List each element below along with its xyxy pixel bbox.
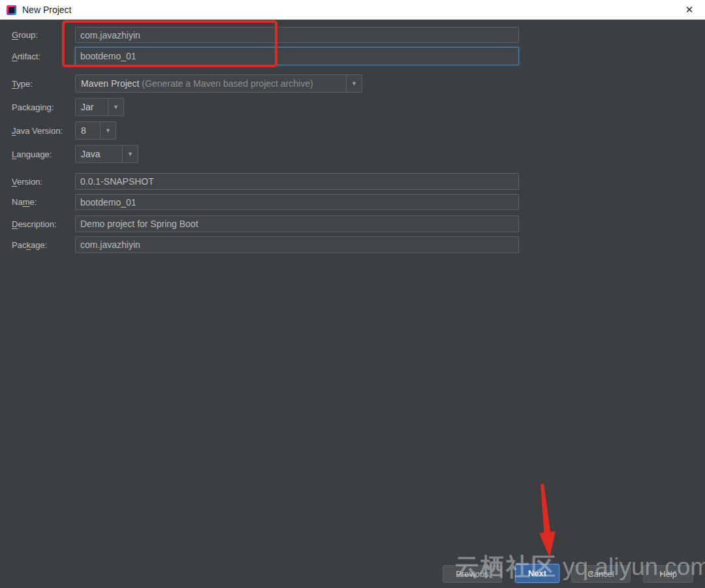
chevron-down-icon[interactable]: ▼ bbox=[122, 146, 138, 162]
java-version-selected-value: 8 bbox=[76, 125, 91, 136]
package-label: Package: bbox=[12, 240, 75, 250]
group-row: Group: bbox=[12, 27, 519, 43]
new-project-form: Group: Artifact: Type: Maven Project (Ge… bbox=[0, 20, 705, 588]
help-button[interactable]: Help bbox=[643, 565, 693, 583]
description-label: Description: bbox=[12, 219, 75, 229]
name-label: Name: bbox=[12, 197, 75, 207]
chevron-down-icon[interactable]: ▼ bbox=[108, 99, 123, 116]
java-version-label: Java Version: bbox=[12, 126, 75, 136]
group-label: Group: bbox=[12, 30, 75, 40]
language-row: Language: Java ▼ bbox=[12, 145, 138, 163]
packaging-label: Packaging: bbox=[12, 102, 75, 112]
packaging-row: Packaging: Jar ▼ bbox=[12, 98, 124, 116]
description-row: Description: bbox=[12, 215, 519, 232]
version-input[interactable] bbox=[75, 173, 519, 190]
package-input[interactable] bbox=[75, 236, 519, 253]
type-row: Type: Maven Project (Generate a Maven ba… bbox=[12, 74, 362, 93]
dialog-footer: Previous Next Cancel Help bbox=[0, 564, 705, 585]
artifact-input[interactable] bbox=[75, 47, 519, 65]
version-row: Version: bbox=[12, 173, 519, 190]
package-row: Package: bbox=[12, 236, 519, 253]
artifact-row: Artifact: bbox=[12, 47, 519, 65]
close-icon[interactable]: ✕ bbox=[682, 3, 697, 17]
name-row: Name: bbox=[12, 194, 519, 210]
group-input[interactable] bbox=[75, 27, 519, 43]
packaging-selected-value: Jar bbox=[76, 102, 99, 112]
language-select[interactable]: Java ▼ bbox=[75, 145, 138, 163]
cancel-button[interactable]: Cancel bbox=[571, 565, 631, 583]
artifact-label: Artifact: bbox=[12, 52, 75, 61]
intellij-logo-icon bbox=[7, 5, 16, 15]
version-label: Version: bbox=[12, 177, 75, 187]
next-button[interactable]: Next bbox=[515, 564, 559, 583]
dialog-titlebar: New Project ✕ bbox=[0, 0, 705, 20]
previous-button[interactable]: Previous bbox=[443, 565, 502, 583]
description-input[interactable] bbox=[75, 215, 519, 232]
chevron-down-icon[interactable]: ▼ bbox=[346, 75, 362, 92]
chevron-down-icon[interactable]: ▼ bbox=[100, 122, 116, 139]
type-selected-value: Maven Project (Generate a Maven based pr… bbox=[76, 78, 319, 89]
type-select[interactable]: Maven Project (Generate a Maven based pr… bbox=[75, 74, 362, 93]
type-label: Type: bbox=[12, 79, 75, 89]
java-version-select[interactable]: 8 ▼ bbox=[75, 121, 116, 140]
packaging-select[interactable]: Jar ▼ bbox=[75, 98, 124, 116]
language-label: Language: bbox=[12, 149, 75, 159]
dialog-title: New Project bbox=[22, 5, 71, 15]
java-version-row: Java Version: 8 ▼ bbox=[12, 121, 116, 140]
language-selected-value: Java bbox=[76, 149, 106, 159]
name-input[interactable] bbox=[75, 194, 519, 210]
